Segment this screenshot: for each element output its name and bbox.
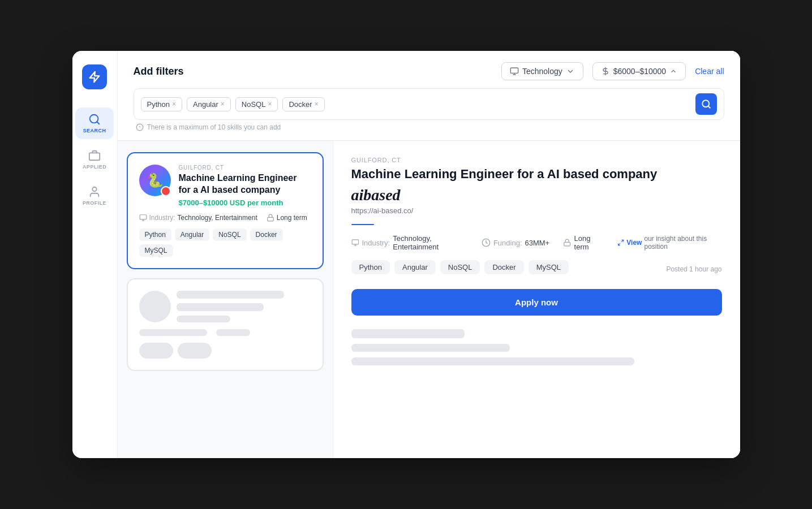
detail-contract-value: Long term [574,234,604,251]
detail-skill-python: Python [351,260,390,274]
detail-company: aibased [351,186,722,204]
job-contract-type: Long term [267,214,307,222]
detail-skill-docker: Docker [484,260,523,274]
skill-angular: Angular [175,228,209,241]
posted-time: Posted 1 hour ago [666,265,721,273]
apply-now-button[interactable]: Apply now [351,289,722,316]
filter-title: Add filters [134,66,184,77]
category-filter-label: Technology [522,67,562,76]
svg-point-3 [92,187,96,191]
detail-meta-row: Industry: Technology, Entertainment Fund… [351,234,722,251]
skill-mysql: MySQL [139,244,173,257]
sidebar-item-profile[interactable]: PROFILE [75,180,114,212]
job-card-meta: Industry: Technology, Entertainment Long… [139,214,311,222]
company-logo: 🐍 [139,165,171,196]
app-window: SEARCH APPLIED PROFILE Add filters [72,51,740,458]
skeleton-title-1 [177,291,284,299]
detail-contract: Long term [563,234,604,251]
detail-skill-mysql: MySQL [529,260,569,274]
job-card-info: GUILFORD, CT Machine Learning Engineer f… [179,165,311,207]
sidebar-item-applied[interactable]: APPLIED [75,144,114,175]
skeleton-title-2 [177,303,264,311]
jobs-list: 🐍 GUILFORD, CT Machine Learning Engineer… [118,141,333,458]
detail-skills: Python Angular NoSQL Docker MySQL [351,260,569,274]
skeleton-skill-1 [139,343,173,359]
filter-top-row: Add filters Technology $6000–$10000 [134,62,724,80]
job-card-title: Machine Learning Engineer for a AI based… [179,172,311,196]
job-card-skills: Python Angular NoSQL Docker MySQL [139,228,311,257]
remove-nosql[interactable]: × [268,101,272,107]
skill-tag-angular[interactable]: Angular × [187,97,231,111]
sidebar-item-search[interactable]: SEARCH [75,107,114,139]
salary-filter-label: $6000–$10000 [613,67,666,76]
detail-funding-value: 63MM+ [525,239,550,247]
job-card-selected[interactable]: 🐍 GUILFORD, CT Machine Learning Engineer… [127,152,324,269]
job-detail-panel: GUILFORD, CT Machine Learning Engineer f… [333,141,740,458]
skeleton-meta-1 [139,329,207,336]
job-card-header: 🐍 GUILFORD, CT Machine Learning Engineer… [139,165,311,207]
detail-skills-row: Python Angular NoSQL Docker MySQL Posted… [351,260,722,278]
jobs-container: 🐍 GUILFORD, CT Machine Learning Engineer… [118,141,740,458]
svg-rect-10 [140,214,147,219]
clear-all-button[interactable]: Clear all [695,67,724,76]
detail-skill-angular: Angular [394,260,436,274]
company-logo-badge [161,186,171,196]
svg-rect-12 [352,240,359,244]
salary-filter[interactable]: $6000–$10000 [592,62,686,80]
svg-rect-14 [564,242,570,246]
detail-url: https://ai-based.co/ [351,206,722,215]
job-industry: Industry: Technology, Entertainment [139,214,257,222]
skeleton-meta-2 [216,329,250,336]
main-content: Add filters Technology $6000–$10000 [118,51,740,458]
sidebar-label-search: SEARCH [83,128,106,133]
remove-python[interactable]: × [172,101,176,107]
svg-rect-4 [510,68,518,73]
skills-filter-row: Python × Angular × NoSQL × Docker × [134,88,724,120]
skeleton-title-3 [177,316,230,322]
app-logo[interactable] [82,64,107,89]
detail-title: Machine Learning Engineer for a AI based… [351,167,722,182]
filter-bar: Add filters Technology $6000–$10000 [118,51,740,141]
skill-tag-docker[interactable]: Docker × [282,97,324,111]
skill-tag-python[interactable]: Python × [141,97,183,111]
job-card-location: GUILFORD, CT [179,165,311,171]
svg-rect-2 [89,153,100,160]
view-insight-label[interactable]: View [626,239,642,247]
skeleton-job-card[interactable] [127,278,324,371]
skill-nosql: NoSQL [213,228,246,241]
skeleton-avatar [139,291,171,322]
skill-python: Python [139,228,171,241]
filter-hint: There is a maximum of 10 skills you can … [134,120,724,131]
sidebar-label-applied: APPLIED [83,164,106,170]
detail-skill-nosql: NoSQL [440,260,480,274]
desc-skeleton-3 [351,357,634,365]
detail-funding: Funding: 63MM+ [482,238,549,247]
description-placeholder [351,329,722,365]
sidebar: SEARCH APPLIED PROFILE [72,51,118,458]
svg-rect-11 [267,217,273,221]
view-insight[interactable]: View our insight about this position [617,235,722,251]
view-insight-rest: our insight about this position [644,235,721,251]
skill-tag-nosql[interactable]: NoSQL × [235,97,278,111]
job-card-salary: $7000–$10000 USD per month [179,199,311,207]
detail-location: GUILFORD, CT [351,157,722,163]
remove-angular[interactable]: × [221,101,225,107]
category-filter[interactable]: Technology [501,62,583,80]
detail-industry: Industry: Technology, Entertainment [351,234,468,251]
desc-skeleton-2 [351,344,510,352]
desc-skeleton-1 [351,329,465,338]
detail-industry-value: Technology, Entertainment [393,234,468,251]
detail-divider [351,224,374,225]
svg-marker-0 [90,72,100,82]
skeleton-skill-2 [178,343,212,359]
remove-docker[interactable]: × [315,101,319,107]
search-button[interactable] [695,93,717,115]
sidebar-label-profile: PROFILE [83,200,106,206]
skill-docker: Docker [250,228,283,241]
skeleton-skills [139,343,311,359]
